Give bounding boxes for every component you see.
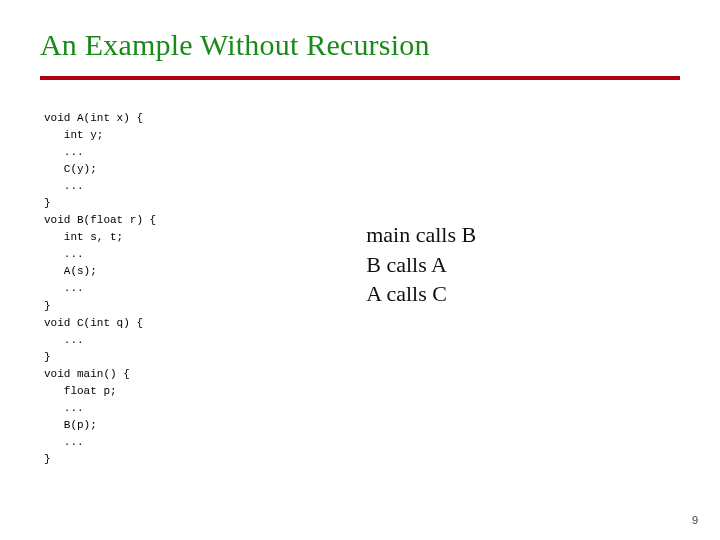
call-line-3: A calls C [366,279,476,309]
call-line-2: B calls A [366,250,476,280]
code-block: void A(int x) { int y; ... C(y); ... } v… [40,110,156,468]
slide: An Example Without Recursion void A(int … [0,0,720,540]
slide-title: An Example Without Recursion [40,28,680,62]
call-summary: main calls B B calls A A calls C [366,220,476,309]
page-number: 9 [692,514,698,526]
slide-body: void A(int x) { int y; ... C(y); ... } v… [40,110,680,468]
title-underline [40,76,680,80]
call-line-1: main calls B [366,220,476,250]
